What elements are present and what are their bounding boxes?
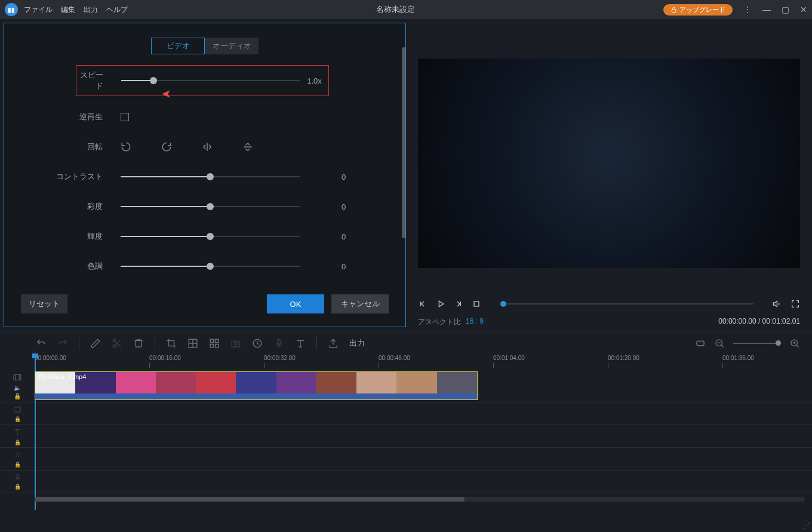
flip-horizontal-icon[interactable] bbox=[202, 142, 213, 152]
timeline-toolbar: 出力 bbox=[0, 331, 812, 355]
more-icon[interactable]: ⋮ bbox=[743, 5, 752, 14]
rotate-cw-icon[interactable] bbox=[161, 142, 172, 152]
zoom-out-icon[interactable] bbox=[714, 338, 725, 349]
voiceover-icon[interactable] bbox=[273, 338, 284, 349]
snapshot-icon[interactable] bbox=[230, 338, 241, 349]
play-icon[interactable] bbox=[436, 299, 445, 309]
toolbar-sep bbox=[316, 337, 317, 349]
svg-rect-18 bbox=[16, 475, 18, 478]
saturation-label: 彩度 bbox=[4, 201, 121, 212]
video-track-icon bbox=[13, 373, 22, 382]
seek-bar[interactable] bbox=[500, 303, 753, 305]
reverse-checkbox[interactable] bbox=[121, 113, 129, 121]
delete-icon[interactable] bbox=[133, 338, 144, 349]
ok-button[interactable]: OK bbox=[267, 294, 324, 313]
speed-slider[interactable] bbox=[121, 80, 300, 81]
toolbar-sep bbox=[155, 337, 155, 349]
svg-rect-5 bbox=[210, 339, 213, 342]
svg-point-3 bbox=[113, 345, 116, 348]
close-icon[interactable]: ✕ bbox=[800, 5, 807, 14]
lock-icon[interactable]: 🔒 bbox=[14, 416, 21, 422]
text-track: T 🔒 bbox=[0, 425, 812, 448]
next-frame-icon[interactable] bbox=[454, 299, 463, 309]
timeline-hscrollbar[interactable] bbox=[35, 497, 805, 502]
contrast-value: 0 bbox=[300, 173, 387, 182]
undo-icon[interactable] bbox=[36, 338, 47, 349]
ruler-tick: 00:00:32.00 bbox=[264, 355, 296, 361]
minimize-icon[interactable]: — bbox=[762, 5, 771, 14]
reverse-row: 逆再生 bbox=[4, 102, 387, 132]
lock-icon[interactable]: 🔒 bbox=[14, 393, 21, 399]
prev-frame-icon[interactable] bbox=[418, 299, 427, 309]
upgrade-label: アップグレード bbox=[679, 5, 725, 14]
preview-canvas[interactable] bbox=[418, 59, 800, 268]
track-body[interactable] bbox=[35, 448, 812, 470]
timeline-clip[interactable]: MyVideo_7.mp4 bbox=[35, 371, 478, 400]
reset-button[interactable]: リセット bbox=[21, 294, 67, 313]
stop-icon[interactable] bbox=[472, 299, 481, 309]
hue-slider[interactable] bbox=[121, 266, 300, 267]
duration-icon[interactable] bbox=[252, 338, 263, 349]
panel-scrollbar[interactable] bbox=[402, 47, 405, 238]
export-icon[interactable] bbox=[328, 338, 339, 349]
text-icon[interactable] bbox=[295, 338, 306, 349]
brightness-value: 0 bbox=[300, 232, 387, 241]
ruler-tick: 00:00:48.00 bbox=[379, 355, 410, 361]
menu-edit[interactable]: 編集 bbox=[61, 5, 75, 15]
lock-icon[interactable]: 🔒 bbox=[14, 462, 21, 468]
speed-label: スピード bbox=[76, 70, 121, 91]
track-body[interactable] bbox=[35, 471, 812, 493]
export-label[interactable]: 出力 bbox=[349, 338, 365, 349]
fullscreen-icon[interactable] bbox=[791, 299, 800, 309]
edit-icon[interactable] bbox=[90, 338, 101, 349]
track-head: 🔒 bbox=[0, 402, 35, 425]
crop-icon[interactable] bbox=[166, 338, 177, 349]
menu-help[interactable]: ヘルプ bbox=[106, 5, 128, 15]
lock-icon[interactable]: 🔒 bbox=[14, 484, 21, 490]
track-body[interactable]: MyVideo_7.mp4 bbox=[35, 370, 812, 402]
cancel-button[interactable]: キャンセル bbox=[331, 294, 389, 313]
volume-icon[interactable] bbox=[773, 299, 782, 309]
split-icon[interactable] bbox=[112, 338, 122, 349]
hue-row: 色調 0 bbox=[4, 251, 387, 281]
audio-track: ♫ 🔒 bbox=[0, 448, 812, 471]
grid-icon[interactable] bbox=[209, 338, 220, 349]
menu-output[interactable]: 出力 bbox=[84, 5, 98, 15]
zoom-in-icon[interactable] bbox=[789, 338, 800, 349]
lock-icon bbox=[670, 7, 677, 13]
window-title: 名称未設定 bbox=[128, 4, 663, 15]
flip-vertical-icon[interactable] bbox=[242, 142, 253, 152]
track-head: 🔒 bbox=[0, 471, 35, 493]
track-body[interactable] bbox=[35, 402, 812, 425]
resize-grip-icon[interactable]: ⋰ bbox=[802, 521, 810, 530]
svg-rect-7 bbox=[210, 344, 213, 347]
brightness-row: 輝度 0 bbox=[4, 222, 387, 251]
zoom-fit-icon[interactable] bbox=[695, 338, 706, 349]
video-track-2: 🔒 bbox=[0, 402, 812, 425]
ruler-tick: 00:00:16.00 bbox=[149, 355, 181, 361]
tab-audio[interactable]: オーディオ bbox=[205, 38, 259, 54]
zoom-slider[interactable] bbox=[733, 343, 781, 344]
track-body[interactable] bbox=[35, 425, 812, 447]
aspect-value[interactable]: 16 : 9 bbox=[466, 317, 484, 327]
lock-icon[interactable]: 🔒 bbox=[14, 439, 21, 445]
ruler-tick: 00:01:04.00 bbox=[493, 355, 525, 361]
aspect-label: アスペクト比 bbox=[418, 317, 461, 327]
tab-video[interactable]: ビデオ bbox=[151, 38, 205, 54]
saturation-slider[interactable] bbox=[121, 206, 300, 207]
menu-file[interactable]: ファイル bbox=[24, 5, 53, 15]
contrast-slider[interactable] bbox=[121, 176, 300, 177]
toolbar-sep bbox=[79, 337, 79, 349]
maximize-icon[interactable]: ▢ bbox=[782, 5, 789, 14]
timeline-ruler[interactable]: 00:00:00.0000:00:16.0000:00:32.0000:00:4… bbox=[35, 355, 812, 370]
brightness-slider[interactable] bbox=[121, 236, 300, 237]
panel-tabs: ビデオ オーディオ bbox=[4, 23, 405, 65]
redo-icon[interactable] bbox=[57, 338, 68, 349]
mute-icon[interactable]: 🔈 bbox=[14, 385, 21, 391]
svg-rect-8 bbox=[216, 344, 219, 347]
upgrade-button[interactable]: アップグレード bbox=[663, 4, 733, 16]
rotate-label: 回転 bbox=[4, 142, 121, 152]
rotate-ccw-icon[interactable] bbox=[121, 142, 131, 152]
mosaic-icon[interactable] bbox=[187, 338, 198, 349]
properties-panel: ビデオ オーディオ スピード 1.0x ➤ 逆再生 bbox=[4, 23, 406, 327]
